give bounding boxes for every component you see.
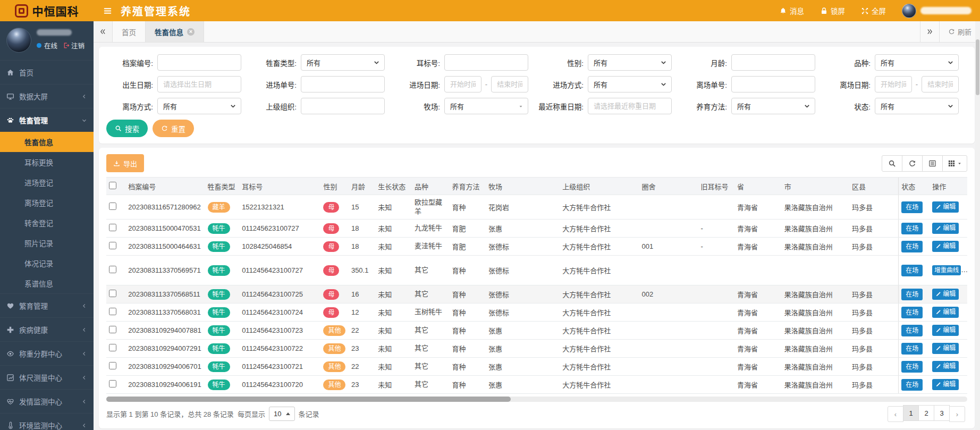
col-growth[interactable]: 生长状态 — [375, 178, 412, 195]
filter-last-weigh-date-input[interactable] — [588, 98, 672, 114]
page-size-select[interactable]: 10 — [269, 407, 294, 421]
sidebar-item-body-measure-center[interactable]: 体尺测量中心 — [0, 365, 94, 389]
refresh-button[interactable] — [902, 155, 923, 172]
reset-button[interactable]: 重置 — [153, 120, 194, 137]
sidebar-item-disease-health[interactable]: 疾病健康 — [0, 317, 94, 341]
search-button[interactable]: 搜索 — [106, 120, 148, 137]
row-checkbox[interactable] — [109, 290, 116, 297]
horizontal-scrollbar-thumb[interactable] — [106, 397, 511, 402]
row-checkbox[interactable] — [109, 308, 116, 315]
sidebar-item-env-monitor-center[interactable]: 环境监测中心 — [0, 413, 94, 430]
vertical-scrollbar-thumb[interactable] — [976, 39, 979, 95]
filter-file-no-input[interactable] — [157, 54, 241, 71]
edit-button[interactable]: 编辑 — [932, 379, 959, 390]
edit-button[interactable]: 编辑 — [932, 361, 959, 372]
col-method[interactable]: 养育方法 — [450, 178, 486, 195]
filter-raise-method-select[interactable]: 所有 — [731, 98, 815, 114]
col-farm[interactable]: 牧场 — [486, 178, 560, 195]
tabs-scroll-left-button[interactable] — [94, 21, 113, 42]
col-type[interactable]: 牲畜类型 — [205, 178, 240, 195]
row-checkbox[interactable] — [109, 380, 116, 387]
logout-button[interactable]: 注销 — [63, 40, 85, 50]
close-icon[interactable] — [187, 28, 195, 36]
sidebar-item-photo-records[interactable]: 照片记录 — [0, 233, 94, 253]
sidebar-item-weighing-group-center[interactable]: 称重分群中心 — [0, 341, 94, 365]
sidebar-item-ear-tag-change[interactable]: 耳标更换 — [0, 152, 94, 172]
refresh-tab-button[interactable]: 刷新 — [939, 21, 980, 42]
hamburger-icon[interactable] — [103, 6, 112, 15]
row-checkbox[interactable] — [109, 242, 116, 249]
status-badge[interactable]: 在场 — [901, 325, 923, 336]
sidebar-item-pen-transfer[interactable]: 转舍登记 — [0, 213, 94, 233]
lock-screen-button[interactable]: 锁屏 — [820, 5, 845, 16]
export-button[interactable]: 导出 — [106, 154, 144, 172]
sidebar-item-pedigree-info[interactable]: 系谱信息 — [0, 273, 94, 293]
filter-exit-no-input[interactable] — [731, 76, 815, 92]
filter-exit-mode-select[interactable]: 所有 — [157, 98, 241, 114]
col-age[interactable]: 月龄 — [349, 178, 375, 195]
page-button-3[interactable]: 3 — [934, 405, 950, 421]
filter-entry-date-start-input[interactable] — [444, 76, 481, 92]
row-checkbox[interactable] — [109, 203, 116, 210]
tab-livestock-info[interactable]: 牲畜信息 — [146, 21, 204, 42]
page-button-1[interactable]: 1 — [903, 405, 919, 421]
prev-page-button[interactable]: ‹ — [888, 406, 903, 422]
sidebar-item-home[interactable]: 首页 — [0, 60, 94, 84]
status-badge[interactable]: 在场 — [901, 343, 923, 355]
col-status[interactable]: 状态 — [899, 178, 930, 195]
filter-farm-select[interactable]: 所有 — [444, 98, 528, 114]
row-checkbox[interactable] — [109, 266, 116, 273]
filter-animal-type-select[interactable]: 所有 — [301, 54, 385, 71]
col-file-no[interactable]: 档案编号 — [125, 178, 205, 195]
select-all-checkbox[interactable] — [109, 182, 116, 189]
col-city[interactable]: 市 — [782, 178, 849, 195]
messages-button[interactable]: 消息 — [779, 5, 804, 16]
status-badge[interactable]: 在场 — [901, 361, 923, 373]
row-checkbox[interactable] — [109, 344, 116, 351]
col-select[interactable] — [106, 178, 125, 195]
status-badge[interactable]: 在场 — [901, 223, 923, 234]
col-ear-tag[interactable]: 耳标号 — [239, 178, 320, 195]
col-actions[interactable]: 操作 — [930, 178, 967, 195]
col-pen[interactable]: 圈舍 — [639, 178, 698, 195]
columns-button[interactable] — [942, 155, 967, 172]
user-menu[interactable] — [902, 4, 971, 18]
edit-button[interactable]: 编辑 — [932, 325, 959, 336]
edit-button[interactable]: 编辑 — [932, 343, 959, 354]
sidebar-item-data-screen[interactable]: 数据大屏 — [0, 84, 94, 108]
row-checkbox[interactable] — [109, 326, 116, 333]
col-org[interactable]: 上级组织 — [560, 178, 639, 195]
tab-home[interactable]: 首页 — [113, 21, 146, 42]
edit-button[interactable]: 编辑 — [932, 241, 959, 252]
tabs-scroll-right-button[interactable] — [920, 21, 939, 42]
edit-button[interactable]: 编辑 — [932, 201, 959, 213]
filter-entry-no-input[interactable] — [301, 76, 385, 92]
filter-birth-date-input[interactable] — [157, 76, 241, 92]
sidebar-item-estrus-monitor-center[interactable]: 发情监测中心 — [0, 389, 94, 413]
row-checkbox[interactable] — [109, 224, 116, 231]
status-badge[interactable]: 在场 — [901, 241, 923, 252]
filter-entry-mode-select[interactable]: 所有 — [588, 76, 672, 92]
sidebar-item-livestock-info[interactable]: 牲畜信息 — [0, 132, 94, 152]
fullscreen-button[interactable]: 全屏 — [861, 5, 886, 16]
filter-gender-select[interactable]: 所有 — [588, 54, 672, 71]
col-gender[interactable]: 性别 — [320, 178, 348, 195]
detail-view-button[interactable] — [922, 155, 943, 172]
search-button[interactable] — [882, 155, 902, 172]
sidebar-item-condition-records[interactable]: 体况记录 — [0, 253, 94, 273]
col-county[interactable]: 区县 — [849, 178, 899, 195]
filter-status-select[interactable]: 所有 — [875, 98, 959, 114]
sidebar-item-livestock-mgmt[interactable]: 牲畜管理 — [0, 108, 94, 132]
sidebar-item-exit-register[interactable]: 离场登记 — [0, 192, 94, 213]
sidebar-item-breeding-mgmt[interactable]: 繁育管理 — [0, 293, 94, 317]
filter-ear-tag-input[interactable] — [444, 54, 528, 71]
next-page-button[interactable]: › — [949, 406, 965, 422]
edit-button[interactable]: 编辑 — [932, 223, 959, 234]
col-breed[interactable]: 品种 — [412, 178, 450, 195]
page-button-2[interactable]: 2 — [918, 405, 934, 421]
status-badge[interactable]: 在场 — [901, 201, 923, 213]
status-badge[interactable]: 在场 — [901, 289, 923, 300]
row-checkbox[interactable] — [109, 362, 116, 369]
filter-exit-date-start-input[interactable] — [875, 76, 912, 92]
edit-button[interactable]: 编辑 — [932, 307, 959, 318]
